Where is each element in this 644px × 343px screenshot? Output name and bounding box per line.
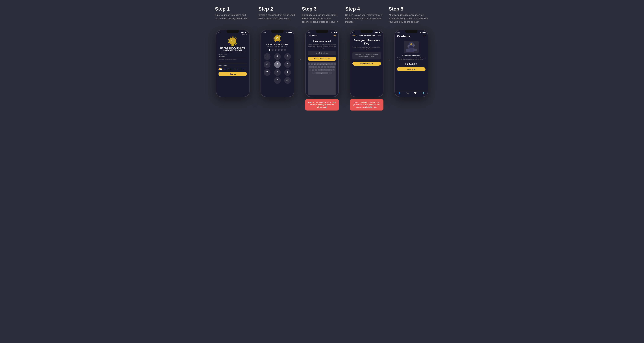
num-3[interactable]: 3 xyxy=(284,53,291,60)
nav-calls[interactable]: 📞 Calls xyxy=(406,92,409,96)
key-v[interactable]: V xyxy=(320,69,323,71)
num-1[interactable]: 1 xyxy=(264,53,270,60)
share-my-id-button[interactable]: Share my ID xyxy=(397,67,426,71)
step-2-header: Step 2 Create a passcode that will be us… xyxy=(258,6,299,24)
key-f[interactable]: F xyxy=(318,66,320,68)
key-o[interactable]: O xyxy=(331,63,334,65)
signal-bars xyxy=(241,32,243,33)
key-space[interactable]: space xyxy=(316,72,328,74)
key-shift[interactable]: ⇧ xyxy=(309,69,311,71)
signup-button[interactable]: Sign up xyxy=(218,72,247,76)
phone5-content: Contacts + xyxy=(395,34,428,96)
phone4-content: ‹ Back Save Recovery Key Done Save your … xyxy=(350,34,383,96)
num-8[interactable]: 8 xyxy=(274,69,281,76)
svg-point-6 xyxy=(410,43,412,46)
logo-inner: 🛡 xyxy=(229,38,236,45)
email-input[interactable]: jonh.doe@mail.com xyxy=(308,51,336,55)
num-9[interactable]: 9 xyxy=(284,69,291,76)
send-confirmation-button[interactable]: Send confirmation code xyxy=(308,57,336,61)
step-2-title: Step 2 xyxy=(258,6,299,12)
phone5-header: Contacts + xyxy=(395,34,428,39)
status-right-4: ▲ xyxy=(375,32,381,33)
settings-nav-icon: ⚙️ xyxy=(422,92,425,94)
num-6[interactable]: 6 xyxy=(284,61,291,68)
key-b[interactable]: B xyxy=(324,69,326,71)
confirm-input[interactable]: •••••••••• xyxy=(218,64,247,67)
phone-4-wrapper: 4 9:41 ▲ xyxy=(349,30,384,110)
done-button[interactable]: Done xyxy=(378,35,381,36)
dot-6 xyxy=(284,49,286,51)
num-4[interactable]: 4 xyxy=(264,61,270,68)
phone-2-wrapper: 2 9:41 ▲ xyxy=(260,30,295,97)
phone4-body: Save your Recovery Key Please keep your … xyxy=(350,38,383,96)
step-5-desc: After saving the recovery key, your acco… xyxy=(389,13,429,24)
link-email-title: Link your email xyxy=(308,40,336,43)
phone-5-time: 9:41 xyxy=(397,32,400,33)
nav-chats[interactable]: 💬 Chats xyxy=(414,92,417,96)
battery-5 xyxy=(423,32,426,33)
dot-3 xyxy=(275,49,276,51)
phone-2-time: 9:41 xyxy=(263,32,266,33)
phone-4-time: 9:41 xyxy=(352,32,355,33)
wifi-3: ▲ xyxy=(332,32,334,33)
no-contacts-title: You have no contacts yet xyxy=(402,54,420,56)
back-button[interactable]: ‹ Back xyxy=(352,35,356,36)
step-4-desc: Be sure to save your recovery key in the… xyxy=(345,13,386,24)
keyboard-row-3: ⇧ Z X C V B N M ⌫ xyxy=(308,69,336,71)
wifi-5: ▲ xyxy=(422,32,423,33)
bar4 xyxy=(242,32,243,33)
phone-5: 9:41 ▲ Contacts xyxy=(394,30,428,97)
numpad: 1 2 3 4 5 6 7 8 9 0 ⌫ xyxy=(262,53,292,84)
key-n[interactable]: N xyxy=(326,69,329,71)
add-contact-button[interactable]: + xyxy=(424,35,426,38)
key-q[interactable]: Q xyxy=(308,63,310,65)
key-p[interactable]: P xyxy=(334,63,336,65)
link-email-header: Link Email xyxy=(308,34,317,37)
key-l[interactable]: L xyxy=(332,66,335,68)
key-j[interactable]: J xyxy=(326,66,329,68)
password-input[interactable]: •••••••••• xyxy=(218,61,247,64)
passcode-subtitle: SET YOUR PASSCODE FOR LOGIN xyxy=(268,46,287,47)
key-t[interactable]: T xyxy=(320,63,322,65)
key-i[interactable]: I xyxy=(328,63,330,65)
nav-contacts[interactable]: 👤 Contacts xyxy=(398,92,401,96)
num-0[interactable]: 0 xyxy=(274,77,281,84)
skip-button[interactable]: Skip xyxy=(333,35,336,36)
num-5[interactable]: 5 xyxy=(274,61,281,68)
key-m[interactable]: M xyxy=(329,69,332,71)
phone-5-wrapper: 5 9:41 ▲ xyxy=(394,30,429,97)
sign-in-link[interactable]: Sign in xyxy=(242,34,247,36)
bar3 xyxy=(242,32,242,33)
status-right-2: ▲ xyxy=(286,32,292,33)
num-backspace[interactable]: ⌫ xyxy=(284,77,291,84)
key-c[interactable]: C xyxy=(318,69,320,71)
key-w[interactable]: W xyxy=(311,63,313,65)
key-h[interactable]: H xyxy=(324,66,326,68)
key-a[interactable]: A xyxy=(309,66,312,68)
key-x[interactable]: X xyxy=(315,69,317,71)
key-delete[interactable]: ⌫ xyxy=(332,69,335,71)
phone1-title: SET YOUR DISPLAY NAME AND PASSWORD TO ST… xyxy=(218,47,247,51)
key-g[interactable]: G xyxy=(321,66,323,68)
logo-circle: 🛡 xyxy=(228,36,237,46)
key-e[interactable]: E xyxy=(314,63,316,65)
key-s[interactable]: S xyxy=(312,66,314,68)
key-123[interactable]: 123 xyxy=(312,72,316,74)
copy-recovery-key-button[interactable]: Copy Recovery Key xyxy=(352,62,381,66)
terms-toggle[interactable] xyxy=(218,68,222,70)
step-5-header: Step 5 After saving the recovery key, yo… xyxy=(389,6,429,24)
key-z[interactable]: Z xyxy=(312,69,314,71)
key-d[interactable]: D xyxy=(315,66,318,68)
logo-circle-2: 🛡 xyxy=(274,34,281,42)
display-name-input[interactable]: John Doe xyxy=(218,56,247,58)
num-7[interactable]: 7 xyxy=(264,69,270,76)
step-4-header: Step 4 Be sure to save your recovery key… xyxy=(345,6,386,24)
key-r[interactable]: R xyxy=(316,63,319,65)
status-right-3: ▲ xyxy=(330,32,336,33)
key-k[interactable]: K xyxy=(330,66,332,68)
num-2[interactable]: 2 xyxy=(274,53,281,60)
key-y[interactable]: Y xyxy=(322,63,325,65)
key-u[interactable]: U xyxy=(325,63,328,65)
nav-settings[interactable]: ⚙️ Settings xyxy=(422,92,425,96)
key-go[interactable]: Go xyxy=(329,72,332,74)
